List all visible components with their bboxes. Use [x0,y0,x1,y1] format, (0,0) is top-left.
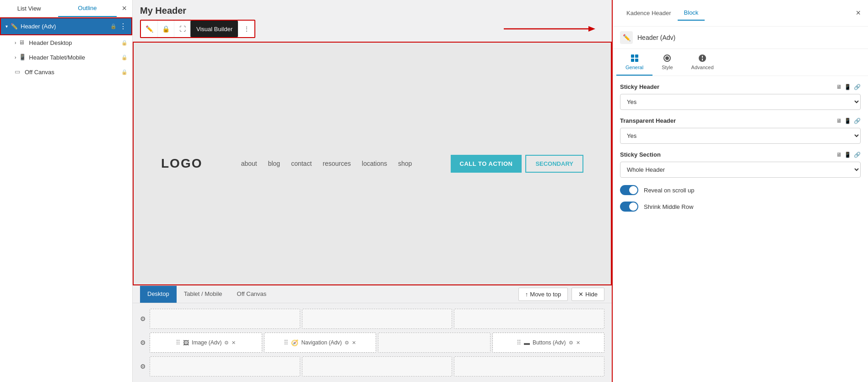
reveal-on-scroll-toggle[interactable] [620,185,638,195]
builder-cell-empty[interactable] [150,309,300,329]
chevron-right-icon: › [15,55,16,60]
secondary-button[interactable]: SECONDARY [525,155,583,173]
shrink-middle-row-label: Shrink Middle Row [644,203,693,210]
tab-outline[interactable]: Outline [58,0,116,17]
tab-tablet-mobile[interactable]: Tablet / Mobile [177,286,230,303]
cell-close-icon[interactable]: ✕ [232,340,236,346]
fullscreen-button[interactable]: ⛶ [174,21,190,37]
link-icon: 🔗 [854,118,861,124]
sidebar-item-off-canvas[interactable]: ▭ Off Canvas 🔒 [0,65,132,79]
lock-icon: 🔒 [110,23,117,29]
shrink-middle-row-toggle[interactable] [620,202,638,212]
tablet-icon: 📱 [844,84,851,90]
panel-close-button[interactable]: × [856,8,861,18]
sidebar-item-header-tablet[interactable]: › 📱 Header Tablet/Mobile 🔒 [0,50,132,65]
drag-handle-icon: ⠿ [517,339,521,346]
cell-gear-icon[interactable]: ⚙ [224,340,229,346]
more-options-button[interactable]: ⋮ [238,21,254,37]
builder-cell-empty[interactable] [302,356,453,377]
general-tab-label: General [625,65,643,70]
tab-general[interactable]: General [616,49,652,76]
visual-builder-button[interactable]: Visual Builder [190,21,238,37]
tab-list-view[interactable]: List View [0,0,58,16]
tab-desktop[interactable]: Desktop [140,286,177,303]
sticky-section-select[interactable]: Whole Header Top Row Middle Row Bottom R… [620,162,861,178]
arrow-up-icon: ↑ [525,291,528,298]
sticky-header-select[interactable]: Yes No [620,94,861,110]
preview-navigation: about blog contact resources locations s… [241,160,412,167]
builder-cell-image[interactable]: ⠿ 🖼 Image (Adv) ⚙ ✕ [150,333,262,353]
monitor-icon: 🖥 [836,84,841,90]
navigation-icon: 🧭 [291,339,298,346]
lock-button[interactable]: 🔒 [157,21,174,37]
tablet-icon: 📱 [844,152,851,158]
builder-row-middle: ⚙ ⠿ 🖼 Image (Adv) ⚙ ✕ ⠿ [140,333,604,353]
tab-block[interactable]: Block [678,5,705,21]
builder-cell-buttons[interactable]: ⠿ ▬ Buttons (Adv) ⚙ ✕ [492,333,605,353]
sidebar-item-header-desktop[interactable]: › 🖥 Header Desktop 🔒 [0,35,132,50]
row-gear-icon[interactable]: ⚙ [140,315,146,322]
nav-contact[interactable]: contact [291,160,312,167]
builder-cell-empty-middle[interactable] [378,333,491,353]
image-icon: 🖼 [183,339,189,346]
more-icon[interactable]: ⋮ [119,22,127,31]
right-panel: Kadence Header Block × ✏️ Header (Adv) G… [612,0,868,382]
builder-cell-empty[interactable] [150,356,300,377]
row-gear-icon[interactable]: ⚙ [140,363,146,370]
transparent-header-icons: 🖥 📱 🔗 [836,118,861,124]
row-gear-icon[interactable]: ⚙ [140,339,146,346]
sticky-section-label: Sticky Section 🖥 📱 🔗 [620,151,861,158]
buttons-icon: ▬ [524,339,530,346]
preview-buttons: CALL TO ACTION SECONDARY [451,155,583,173]
builder-cell-navigation[interactable]: ⠿ 🧭 Navigation (Adv) ⚙ ✕ [264,333,377,353]
edit-button[interactable]: ✏️ [141,21,157,37]
cell-gear-icon[interactable]: ⚙ [345,340,349,346]
sticky-section-icons: 🖥 📱 🔗 [836,152,861,158]
tab-off-canvas[interactable]: Off Canvas [230,286,274,303]
nav-resources[interactable]: resources [323,160,350,167]
hide-button[interactable]: ✕ Hide [571,288,604,301]
bottom-section: Desktop Tablet / Mobile Off Canvas ↑ Mov… [133,285,612,382]
close-icon: ✕ [578,291,583,298]
cell-close-icon[interactable]: ✕ [352,340,356,346]
row-top-cells [150,309,604,329]
cell-label: Navigation (Adv) [301,339,342,346]
nav-shop[interactable]: shop [398,160,412,167]
builder-cell-empty[interactable] [454,309,604,329]
panel-header: Kadence Header Block × [613,0,868,27]
shrink-middle-row-row: Shrink Middle Row [620,202,861,212]
advanced-tab-label: Advanced [691,65,714,70]
nav-blog[interactable]: blog [268,160,280,167]
svg-rect-3 [635,55,638,58]
nav-locations[interactable]: locations [362,160,387,167]
builder-cell-empty[interactable] [302,309,453,329]
editor-toolbar: ✏️ 🔒 ⛶ Visual Builder ⋮ [133,16,612,42]
sidebar-close-button[interactable]: × [117,0,133,17]
monitor-icon: 🖥 [836,152,841,158]
tablet-icon: 📱 [19,54,26,61]
sidebar-item-label: Header (Adv) [21,23,108,30]
builder-cell-empty[interactable] [454,356,604,377]
cell-gear-icon[interactable]: ⚙ [569,340,573,346]
bottom-tab-actions: ↑ Move to top ✕ Hide [518,288,604,301]
reveal-on-scroll-label: Reveal on scroll up [644,187,695,194]
svg-rect-5 [635,59,638,62]
cta-button[interactable]: CALL TO ACTION [451,155,522,173]
bottom-tab-bar: Desktop Tablet / Mobile Off Canvas ↑ Mov… [133,286,612,303]
transparent-header-select[interactable]: Yes No [620,128,861,144]
tab-style[interactable]: Style [652,49,682,76]
lock-icon: 🔒 [121,69,128,75]
tab-advanced[interactable]: Advanced [682,49,723,76]
editor-title: My Header [133,0,612,16]
off-canvas-icon: ▭ [15,68,22,76]
move-to-top-button[interactable]: ↑ Move to top [518,288,568,301]
panel-main-tabs: Kadence Header Block [620,5,705,21]
main-content: My Header ✏️ 🔒 ⛶ Visual Builder ⋮ LOGO a… [133,0,612,382]
row-bottom-cells [150,356,604,377]
lock-icon: 🔒 [121,40,128,46]
svg-rect-4 [631,59,634,62]
nav-about[interactable]: about [241,160,257,167]
sidebar-item-header-adv[interactable]: ▾ ✏️ Header (Adv) 🔒 ⋮ [0,17,132,35]
cell-close-icon[interactable]: ✕ [576,340,580,346]
tab-kadence-header[interactable]: Kadence Header [620,5,678,21]
